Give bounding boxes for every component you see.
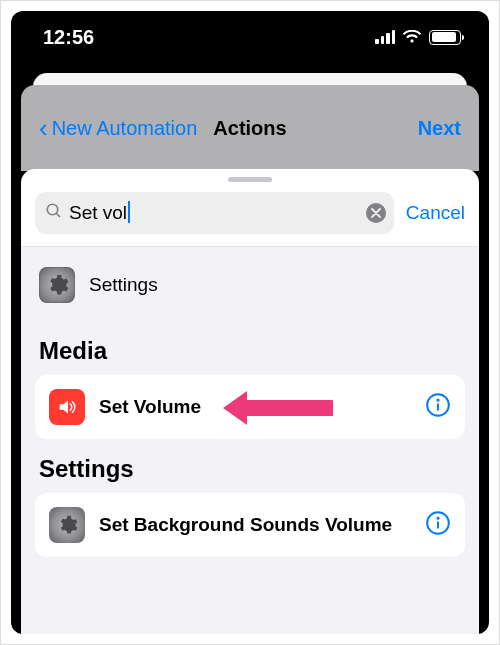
action-set-bg-sounds-volume[interactable]: Set Background Sounds Volume <box>35 493 465 557</box>
action-set-volume[interactable]: Set Volume <box>35 375 465 439</box>
battery-icon <box>429 30 461 45</box>
search-input[interactable]: Set vol <box>35 192 394 234</box>
sheet-grabber[interactable] <box>228 177 272 182</box>
status-indicators <box>375 30 461 45</box>
section-header-settings: Settings <box>21 439 479 493</box>
next-button[interactable]: Next <box>418 117 461 140</box>
nav-title: Actions <box>21 117 479 140</box>
section-header-media: Media <box>21 321 479 375</box>
settings-gear-icon <box>49 507 85 543</box>
action-title: Set Background Sounds Volume <box>99 514 411 536</box>
cellular-icon <box>375 30 395 44</box>
info-button[interactable] <box>425 510 451 540</box>
speaker-icon <box>49 389 85 425</box>
clear-search-button[interactable] <box>366 203 386 223</box>
search-icon <box>45 202 63 225</box>
svg-point-4 <box>437 399 438 400</box>
svg-point-7 <box>437 517 438 518</box>
action-title: Set Volume <box>99 396 411 418</box>
info-button[interactable] <box>425 392 451 422</box>
provider-label: Settings <box>89 274 158 296</box>
provider-row[interactable]: Settings <box>21 247 479 321</box>
svg-point-0 <box>47 204 58 215</box>
wifi-icon <box>402 30 422 44</box>
status-bar: 12:56 <box>11 11 489 63</box>
settings-app-icon <box>39 267 75 303</box>
status-time: 12:56 <box>43 26 94 49</box>
search-value: Set vol <box>69 202 360 225</box>
search-sheet: Set vol Cancel Settings Media Set Vol <box>21 169 479 634</box>
svg-line-1 <box>56 213 60 217</box>
background-nav-layer: ‹ New Automation Actions Next <box>11 63 489 183</box>
cancel-button[interactable]: Cancel <box>406 202 465 224</box>
